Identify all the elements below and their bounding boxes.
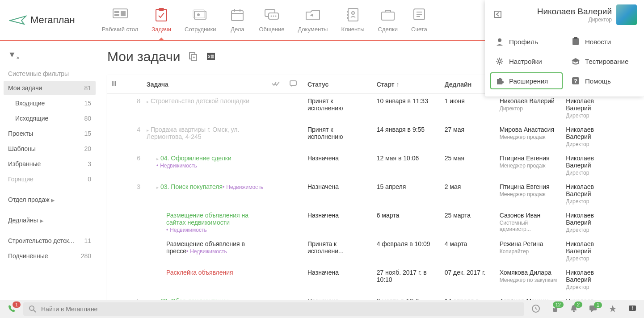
task-name[interactable]: 03. Поиск покупателя: [160, 183, 223, 190]
col-check[interactable]: [268, 75, 286, 94]
cell-responsible: Николаев ВалерийДиректор: [496, 94, 563, 123]
menu-help[interactable]: ? Помощь: [566, 72, 639, 89]
menu-testing[interactable]: Тестирование: [566, 53, 639, 70]
nav-affairs[interactable]: Дела: [229, 7, 245, 33]
chevron-right-icon[interactable]: ▸: [147, 99, 149, 104]
sidebar-outgoing[interactable]: Исходящие80: [4, 111, 96, 126]
help-icon: ?: [571, 76, 581, 86]
row-number: 6: [121, 151, 143, 180]
sidebar-construction[interactable]: Строительство детск...11: [4, 234, 96, 248]
col-task[interactable]: Задача: [143, 75, 268, 94]
task-name[interactable]: Строительство детской площадки: [151, 97, 249, 105]
sidebar-templates[interactable]: Шаблоны20: [4, 142, 96, 156]
table-row[interactable]: 5 ▸02. Сбор документацииНедвижимость Наз…: [107, 294, 644, 300]
cell-start: 14 января в 9:55: [373, 122, 441, 151]
feedback-icon[interactable]: !: [628, 305, 637, 314]
sidebar-sales-dept[interactable]: Отдел продаж ▶: [4, 192, 96, 207]
star-icon[interactable]: [608, 304, 617, 314]
nav-deals[interactable]: Сделки: [378, 7, 398, 33]
sidebar-subordinates[interactable]: Подчинённые280: [4, 249, 96, 263]
table-row[interactable]: Размещение объявления на сайтах недвижим…: [107, 208, 644, 237]
progress: [268, 122, 286, 151]
clock-icon[interactable]: [531, 304, 540, 314]
table-row[interactable]: Расклейка объявления Назначена 27 нояб. …: [107, 265, 644, 294]
menu-settings[interactable]: Настройки: [490, 53, 563, 70]
svg-point-16: [273, 16, 274, 17]
sidebar-deadlines[interactable]: Дедлайны ▶: [4, 213, 96, 227]
cell-responsible: Режина РегинаКопирайтер: [496, 237, 563, 265]
progress: [268, 151, 286, 180]
table-row[interactable]: 6 ▸04. Оформление сделкиНедвижимость Наз…: [107, 151, 644, 180]
sidebar-favorites[interactable]: Избранные3: [4, 157, 96, 171]
svg-point-48: [573, 310, 575, 312]
message-icon[interactable]: 1: [589, 305, 598, 314]
task-name[interactable]: Расклейка объявления: [166, 269, 233, 276]
col-comment[interactable]: [286, 75, 304, 94]
task-name[interactable]: Продажа квартиры г. Омск, ул. Лермонтова…: [147, 126, 239, 140]
graduation-icon: [571, 56, 581, 66]
table-row[interactable]: 8 ▸Строительство детской площадки Принят…: [107, 94, 644, 123]
task-name[interactable]: 04. Оформление сделки: [160, 155, 232, 162]
svg-point-32: [498, 60, 501, 63]
copy-icon[interactable]: +: [188, 51, 198, 63]
nav-employees[interactable]: Сотрудники: [185, 7, 216, 33]
chevron-right-icon[interactable]: ▸: [147, 128, 149, 133]
task-tag: Недвижимость: [166, 227, 207, 233]
user-name: Николаев Валерий: [537, 7, 612, 17]
nav-clients[interactable]: Клиенты: [341, 7, 364, 33]
clipboard-icon: [571, 37, 581, 46]
menu-news[interactable]: Новости: [566, 33, 639, 50]
svg-rect-44: [290, 81, 296, 85]
search-input[interactable]: [41, 305, 519, 313]
progress: [268, 94, 286, 123]
menu-extensions[interactable]: Расширения: [490, 72, 563, 89]
chevron-right-icon[interactable]: ▸: [156, 156, 159, 161]
nav-chat[interactable]: Общение: [259, 7, 284, 33]
cell-responsible: Птицина ЕвгенияМенеджер продаж: [496, 151, 563, 180]
chevron-right-icon[interactable]: ▸: [156, 185, 159, 190]
cell-deadline: 2 мая: [441, 180, 496, 208]
filter-icon[interactable]: ▼✕: [8, 50, 20, 59]
menu-profile[interactable]: Профиль: [490, 33, 563, 50]
footer-bar: 1 12 2 1 !: [0, 300, 644, 318]
cell-start: 15 апреля: [373, 180, 441, 208]
svg-point-17: [275, 16, 276, 17]
table-row[interactable]: 4 ▸Продажа квартиры г. Омск, ул. Лермонт…: [107, 122, 644, 151]
col-status[interactable]: Статус: [304, 75, 373, 94]
cell-start: 10 января в 11:33: [373, 94, 441, 123]
sidebar-incoming[interactable]: Входящие15: [4, 96, 96, 110]
cell-responsible: Хомякова ДилараМенеджер по закупкам: [496, 265, 563, 294]
task-name[interactable]: Размещение объявления на сайтах недвижим…: [166, 212, 248, 226]
svg-rect-1: [114, 11, 119, 13]
search-bar[interactable]: [23, 302, 524, 316]
table-row[interactable]: Размещение объявления в прессеНедвижимос…: [107, 237, 644, 265]
svg-rect-19: [347, 11, 349, 13]
svg-rect-4: [156, 9, 167, 21]
nav-bills[interactable]: Счета: [411, 7, 427, 33]
svg-text:+: +: [193, 55, 196, 60]
user-header[interactable]: Николаев Валерий Директор: [485, 0, 644, 29]
table-row[interactable]: 3 ▸03. Поиск покупателяНедвижимость Назн…: [107, 180, 644, 208]
sidebar-my-tasks[interactable]: Мои задачи81: [4, 81, 96, 95]
phone-button[interactable]: 1: [7, 304, 16, 314]
svg-line-46: [34, 310, 36, 312]
excel-icon[interactable]: x≣: [206, 51, 216, 63]
documents-icon: [305, 7, 321, 22]
task-tag: Недвижимость: [223, 184, 263, 190]
nav-desktop[interactable]: Рабочий стол: [102, 7, 139, 33]
col-start[interactable]: Старт ↑: [373, 75, 441, 94]
main-nav: Рабочий стол Задачи Сотрудники Дела Обще…: [102, 7, 427, 33]
column-settings[interactable]: +: [107, 75, 121, 94]
fire-icon[interactable]: 12: [551, 304, 559, 314]
avatar[interactable]: [616, 4, 637, 25]
sidebar-burning[interactable]: Горящие0: [4, 172, 96, 186]
svg-rect-2: [114, 14, 119, 16]
cell-deadline: 07 дек. 2017 г.: [441, 265, 496, 294]
nav-tasks[interactable]: Задачи: [152, 7, 171, 33]
logo[interactable]: Мегаплан: [9, 14, 75, 26]
chevron-right-icon: ▶: [40, 218, 43, 223]
bell-icon[interactable]: 2: [570, 304, 578, 314]
nav-documents[interactable]: Документы: [298, 7, 328, 33]
row-number: [121, 237, 143, 265]
sidebar-projects[interactable]: Проекты15: [4, 126, 96, 141]
